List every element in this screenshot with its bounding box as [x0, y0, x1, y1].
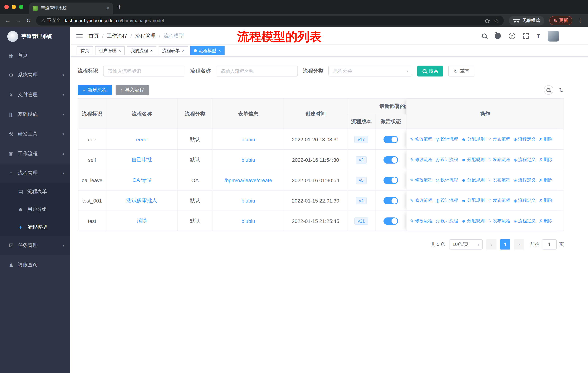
breadcrumb-item[interactable]: 工作流程 [107, 33, 127, 39]
row-action-modify-process[interactable]: ✎修改流程 [410, 218, 432, 224]
tag-process-model[interactable]: 流程模型× [190, 46, 225, 55]
github-icon[interactable] [495, 33, 501, 39]
row-action-process-definition[interactable]: ◈流程定义 [514, 218, 536, 224]
help-icon[interactable]: ? [509, 33, 515, 39]
tag-tenant-management[interactable]: 租户管理× [95, 46, 125, 55]
fullscreen-icon[interactable] [523, 33, 529, 39]
row-action-assign-rule[interactable]: ☻分配规则 [461, 198, 484, 204]
process-name-link[interactable]: 测试多审批人 [126, 197, 157, 203]
process-name-input[interactable] [216, 66, 298, 77]
sidebar-item-workflow[interactable]: ▣工作流程▴ [0, 144, 70, 163]
search-button[interactable]: 搜索 [417, 66, 443, 77]
row-action-delete[interactable]: ✗删除 [539, 218, 552, 224]
process-name-link[interactable]: 滔博 [137, 218, 147, 223]
search-icon[interactable] [482, 33, 487, 38]
reset-button[interactable]: ↻ 重置 [448, 66, 475, 77]
row-action-modify-process[interactable]: ✎修改流程 [410, 136, 432, 143]
close-icon[interactable]: × [118, 48, 121, 53]
activation-toggle[interactable] [383, 136, 398, 143]
user-avatar[interactable] [548, 30, 559, 41]
browser-tab[interactable]: 芋道管理系统 × [29, 2, 113, 14]
close-icon[interactable]: × [218, 48, 221, 53]
sidebar-item-task-management[interactable]: ☑任务管理▾ [0, 236, 70, 255]
row-action-process-definition[interactable]: ◈流程定义 [514, 198, 536, 204]
row-action-modify-process[interactable]: ✎修改流程 [410, 198, 432, 204]
row-action-design-process[interactable]: ◎设计流程 [436, 218, 458, 224]
sidebar-item-infrastructure[interactable]: ▥基础设施▾ [0, 105, 70, 124]
create-process-button[interactable]: + 新建流程 [78, 85, 112, 95]
row-action-process-definition[interactable]: ◈流程定义 [514, 136, 536, 143]
window-minimize-button[interactable] [12, 5, 16, 9]
row-action-assign-rule[interactable]: ☻分配规则 [461, 218, 484, 224]
prev-page-button[interactable]: ‹ [486, 239, 496, 250]
row-action-assign-rule[interactable]: ☻分配规则 [461, 177, 484, 183]
activation-toggle[interactable] [383, 217, 398, 225]
row-action-design-process[interactable]: ◎设计流程 [436, 157, 458, 163]
form-info-link[interactable]: /bpm/oa/leave/create [224, 177, 272, 183]
row-action-design-process[interactable]: ◎设计流程 [436, 198, 458, 204]
sidebar-item-process-model[interactable]: ✈流程模型 [0, 218, 70, 236]
toggle-search-button[interactable] [544, 85, 553, 95]
refresh-table-icon[interactable]: ↻ [559, 87, 564, 93]
security-status[interactable]: ⚠ 不安全 [41, 18, 61, 24]
breadcrumb-item[interactable]: 首页 [89, 33, 99, 39]
goto-page-input[interactable] [542, 239, 557, 250]
row-action-modify-process[interactable]: ✎修改流程 [410, 157, 432, 163]
sidebar-item-system-management[interactable]: ⚙系统管理▾ [0, 65, 70, 85]
password-key-icon[interactable] [485, 18, 491, 23]
sidebar-logo[interactable]: 芋道管理系统 [0, 27, 70, 46]
row-action-publish-process[interactable]: ⚐发布流程 [488, 157, 510, 163]
row-action-delete[interactable]: ✗删除 [539, 177, 552, 183]
bookmark-star-icon[interactable]: ☆ [494, 17, 499, 24]
tag-my-process[interactable]: 我的流程× [127, 46, 156, 55]
activation-toggle[interactable] [383, 176, 398, 184]
form-info-link[interactable]: biubiu [242, 218, 255, 224]
back-icon[interactable]: ← [5, 18, 10, 24]
next-page-button[interactable]: › [514, 239, 524, 250]
page-number-button[interactable]: 1 [500, 239, 510, 250]
process-name-link[interactable]: OA 请假 [133, 177, 151, 183]
window-close-button[interactable] [4, 5, 9, 9]
browser-menu-icon[interactable]: ⋮ [578, 17, 583, 24]
new-tab-button[interactable]: + [117, 3, 121, 11]
process-key-input[interactable] [103, 66, 185, 77]
process-category-select[interactable]: 流程分类 ▾ [328, 66, 412, 77]
address-bar[interactable]: ⚠ 不安全 dashboard.yudao.iocoder.cn/bpm/man… [36, 16, 504, 26]
close-icon[interactable]: × [182, 48, 184, 53]
row-action-design-process[interactable]: ◎设计流程 [436, 136, 458, 143]
reload-icon[interactable]: ↻ [26, 17, 31, 24]
window-zoom-button[interactable] [19, 5, 23, 9]
row-action-publish-process[interactable]: ⚐发布流程 [488, 198, 510, 204]
row-action-delete[interactable]: ✗删除 [539, 157, 552, 163]
row-action-publish-process[interactable]: ⚐发布流程 [488, 177, 510, 183]
form-info-link[interactable]: biubiu [242, 198, 255, 203]
forward-icon[interactable]: → [16, 18, 21, 24]
form-info-link[interactable]: biubiu [242, 157, 255, 163]
tag-process-form[interactable]: 流程表单× [158, 46, 188, 55]
sidebar-item-home[interactable]: ▦首页 [0, 46, 70, 65]
row-action-process-definition[interactable]: ◈流程定义 [514, 157, 536, 163]
breadcrumb-item[interactable]: 流程管理 [135, 33, 156, 39]
sidebar-item-payment-management[interactable]: ¥支付管理▾ [0, 85, 70, 105]
row-action-delete[interactable]: ✗删除 [539, 136, 552, 143]
row-action-publish-process[interactable]: ⚐发布流程 [488, 136, 510, 143]
import-process-button[interactable]: ↑ 导入流程 [115, 85, 149, 95]
sidebar-item-process-form[interactable]: ▤流程表单 [0, 182, 70, 200]
form-info-link[interactable]: biubiu [242, 136, 255, 142]
row-action-modify-process[interactable]: ✎修改流程 [410, 177, 432, 183]
row-action-design-process[interactable]: ◎设计流程 [436, 177, 458, 183]
sidebar-item-dev-tools[interactable]: ⚒研发工具▾ [0, 124, 70, 144]
activation-toggle[interactable] [383, 197, 398, 204]
font-size-icon[interactable]: T [537, 33, 540, 39]
page-size-select[interactable]: 10条/页 ▾ [449, 239, 483, 250]
row-action-delete[interactable]: ✗删除 [539, 198, 552, 204]
sidebar-item-leave-query[interactable]: ♟请假查询 [0, 255, 70, 275]
activation-toggle[interactable] [383, 156, 398, 163]
sidebar-collapse-icon[interactable] [76, 34, 83, 38]
process-name-link[interactable]: 自己审批 [132, 156, 152, 162]
row-action-publish-process[interactable]: ⚐发布流程 [488, 218, 510, 224]
close-icon[interactable]: × [150, 48, 153, 53]
browser-update-button[interactable]: ↻ 更新 [549, 16, 572, 25]
row-action-assign-rule[interactable]: ☻分配规则 [461, 136, 484, 143]
tag-home[interactable]: 首页 [77, 46, 93, 55]
